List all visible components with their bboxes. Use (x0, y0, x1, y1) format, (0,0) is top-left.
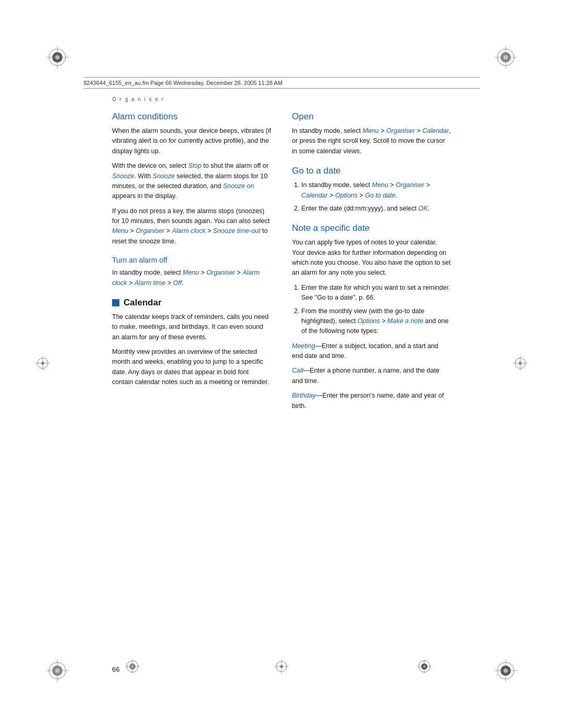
alarm-conditions-para1: When the alarm sounds, your device beeps… (112, 126, 271, 156)
calendar-heading: Calendar (112, 298, 271, 308)
menu-link-2[interactable]: Menu (183, 269, 199, 276)
organiser-link-4[interactable]: Organiser (396, 181, 424, 189)
alarm-time-link[interactable]: Alarm time (134, 279, 166, 287)
corner-mark-br (494, 659, 517, 682)
go-to-date-link[interactable]: Go to date (365, 192, 395, 199)
alarm-conditions-para2: With the device on, select Stop to shut … (112, 161, 271, 202)
open-text: In standby mode, select Menu > Organiser… (292, 126, 451, 156)
note-specific-date-heading: Note a specific date (292, 223, 451, 233)
go-to-date-steps: In standby mode, select Menu > Organiser… (292, 180, 451, 214)
corner-mark-tl (46, 46, 69, 69)
note-specific-date-section: Note a specific date You can apply five … (292, 223, 451, 411)
open-heading: Open (292, 112, 451, 122)
snooze-link-2[interactable]: Snooze (153, 172, 175, 180)
alarm-conditions-heading: Alarm conditions (112, 112, 271, 122)
file-info: 9243644_6155_en_au.fm Page 66 Wednesday,… (83, 80, 283, 86)
note-step-1: Enter the date for which you want to set… (301, 283, 451, 303)
calendar-link-1[interactable]: Calendar (422, 127, 449, 134)
ok-link[interactable]: OK (418, 205, 427, 212)
organiser-link-2[interactable]: Organiser (206, 269, 235, 276)
snooze-timeout-link[interactable]: Snooze time-out (213, 227, 261, 235)
note-specific-date-intro: You can apply five types of notes to you… (292, 238, 451, 278)
alarm-clock-link-1[interactable]: Alarm clock (172, 227, 206, 235)
birthday-link[interactable]: Birthday (292, 392, 316, 399)
organiser-link-3[interactable]: Organiser (386, 127, 415, 134)
call-note-type: Call—Enter a phone number, a name, and t… (292, 366, 451, 386)
go-to-date-step-1: In standby mode, select Menu > Organiser… (301, 180, 451, 201)
meeting-note-type: Meeting—Enter a subject, location, and a… (292, 341, 451, 362)
page-number: 66 (112, 665, 119, 673)
main-content: O r g a n i s e r Alarm conditions When … (112, 96, 451, 655)
alarm-conditions-para3: If you do not press a key, the alarms st… (112, 206, 271, 247)
turn-alarm-off-section: Turn an alarm off In standby mode, selec… (112, 256, 271, 288)
bottom-mark-center (274, 659, 289, 676)
turn-alarm-off-text: In standby mode, select Menu > Organiser… (112, 268, 271, 288)
turn-alarm-off-heading: Turn an alarm off (112, 256, 271, 264)
make-a-note-link[interactable]: Make a note (387, 317, 423, 325)
go-to-date-section: Go to a date In standby mode, select Men… (292, 166, 451, 214)
call-link[interactable]: Call (292, 367, 303, 374)
alarm-conditions-section: Alarm conditions When the alarm sounds, … (112, 112, 271, 246)
calendar-heading-text: Calendar (124, 298, 162, 308)
options-link-2[interactable]: Options (358, 317, 380, 325)
snooze-on-link[interactable]: Snooze on (223, 182, 254, 190)
go-to-date-heading: Go to a date (292, 166, 451, 176)
open-section: Open In standby mode, select Menu > Orga… (292, 112, 451, 156)
two-column-layout: Alarm conditions When the alarm sounds, … (112, 112, 451, 421)
menu-link-3[interactable]: Menu (363, 127, 379, 134)
menu-link-1[interactable]: Menu (112, 227, 128, 235)
calendar-para2: Monthly view provides an overview of the… (112, 347, 271, 388)
note-specific-date-steps: Enter the date for which you want to set… (292, 283, 451, 337)
birthday-note-type: Birthday—Enter the person's name, date a… (292, 391, 451, 411)
meeting-link[interactable]: Meeting (292, 342, 315, 350)
corner-mark-tr (494, 46, 517, 69)
bottom-mark-right (417, 659, 432, 676)
options-link-1[interactable]: Options (335, 192, 358, 199)
menu-link-4[interactable]: Menu (372, 181, 388, 189)
off-link[interactable]: Off (173, 279, 182, 287)
calendar-para1: The calendar keeps track of reminders, c… (112, 312, 271, 342)
stop-link[interactable]: Stop (188, 162, 202, 169)
side-mark-left (35, 356, 50, 373)
page: 9243644_6155_en_au.fm Page 66 Wednesday,… (0, 0, 563, 728)
left-column: Alarm conditions When the alarm sounds, … (112, 112, 271, 421)
go-to-date-step-2: Enter the date (dd:mm:yyyy), and select … (301, 204, 451, 214)
header-bar: 9243644_6155_en_au.fm Page 66 Wednesday,… (83, 77, 480, 89)
organiser-link-1[interactable]: Organiser (136, 227, 165, 235)
blue-square-icon (112, 299, 119, 306)
calendar-section: Calendar The calendar keeps track of rem… (112, 298, 271, 388)
bottom-mark-left (125, 659, 140, 676)
right-column: Open In standby mode, select Menu > Orga… (292, 112, 451, 421)
corner-mark-bl (46, 659, 69, 682)
section-label: O r g a n i s e r (112, 96, 451, 102)
note-step-2: From the monthly view (with the go-to da… (301, 306, 451, 337)
calendar-link-2[interactable]: Calendar (301, 192, 328, 199)
snooze-link-1[interactable]: Snooze (112, 172, 134, 180)
side-mark-right (513, 356, 528, 373)
